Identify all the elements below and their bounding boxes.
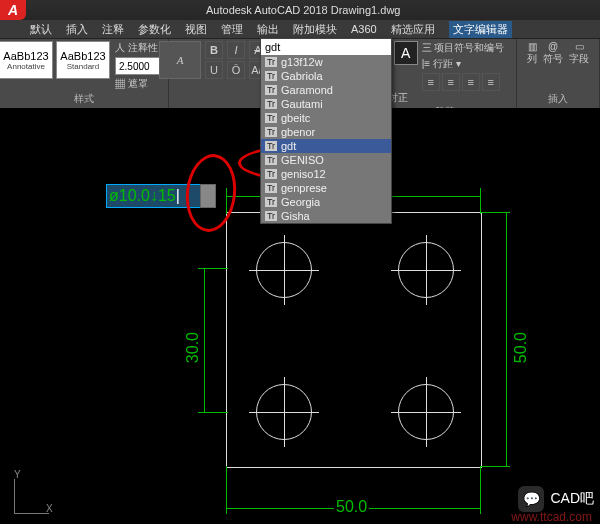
font-item-label: gdt xyxy=(281,140,296,152)
ext-line xyxy=(480,212,510,213)
tab-output[interactable]: 输出 xyxy=(257,22,279,37)
font-item[interactable]: TrGaramond xyxy=(261,83,391,97)
truetype-icon: Tr xyxy=(265,113,277,123)
circle-tl xyxy=(256,242,312,298)
tab-manage[interactable]: 管理 xyxy=(221,22,243,37)
font-dropdown[interactable]: Trg13f12wTrGabriolaTrGaramondTrGautamiTr… xyxy=(260,38,392,224)
window-title: Autodesk AutoCAD 2018 Drawing1.dwg xyxy=(206,4,400,16)
align-right-icon[interactable]: ≡ xyxy=(462,73,480,91)
truetype-icon: Tr xyxy=(265,99,277,109)
align-center-icon[interactable]: ≡ xyxy=(442,73,460,91)
font-item-label: Garamond xyxy=(281,84,333,96)
panel-insert-label: 插入 xyxy=(548,92,568,107)
truetype-icon: Tr xyxy=(265,155,277,165)
editor-content: ø10.0↓15 xyxy=(109,187,176,205)
truetype-icon: Tr xyxy=(265,127,277,137)
font-item-label: g13f12w xyxy=(281,56,323,68)
field-icon: ▭ xyxy=(575,41,584,52)
panel-style: AaBb123 Annotative AaBb123 Standard 人 注释… xyxy=(0,39,169,109)
dim-50-bottom: 50.0 xyxy=(334,498,369,516)
tab-featured[interactable]: 精选应用 xyxy=(391,22,435,37)
dim-50-right: 50.0 xyxy=(510,332,532,363)
font-item-label: gbeitc xyxy=(281,112,310,124)
font-item[interactable]: Trgenprese xyxy=(261,181,391,195)
column-button[interactable]: ▥ 列 xyxy=(527,41,537,66)
bullets-button[interactable]: 三 项目符号和编号 xyxy=(422,41,505,55)
panel-style-label: 样式 xyxy=(74,92,94,107)
align-left-icon[interactable]: ≡ xyxy=(422,73,440,91)
italic-button[interactable]: I xyxy=(227,41,245,59)
style-annotative[interactable]: AaBb123 Annotative xyxy=(0,41,53,79)
font-item-label: genprese xyxy=(281,182,327,194)
font-item[interactable]: Trgbenor xyxy=(261,125,391,139)
ext-line xyxy=(226,466,227,514)
font-item[interactable]: Trg13f12w xyxy=(261,55,391,69)
style-standard[interactable]: AaBb123 Standard xyxy=(56,41,110,79)
font-item[interactable]: Trgeniso12 xyxy=(261,167,391,181)
font-item-label: Gautami xyxy=(281,98,323,110)
dim-left-line xyxy=(204,268,205,412)
bold-button[interactable]: B xyxy=(205,41,223,59)
font-item[interactable]: TrGisha xyxy=(261,209,391,223)
tab-text-editor[interactable]: 文字编辑器 xyxy=(449,21,512,38)
dim-30-left: 30.0 xyxy=(182,332,204,363)
font-item-label: geniso12 xyxy=(281,168,326,180)
ucs-y-label: Y xyxy=(14,469,21,480)
ext-line xyxy=(480,466,510,467)
symbol-icon: @ xyxy=(548,41,558,52)
tab-view[interactable]: 视图 xyxy=(185,22,207,37)
tab-addins[interactable]: 附加模块 xyxy=(293,22,337,37)
app-icon[interactable]: A xyxy=(0,0,26,20)
truetype-icon: Tr xyxy=(265,85,277,95)
tab-a360[interactable]: A360 xyxy=(351,23,377,35)
dim-right-line xyxy=(506,212,507,466)
mask-button[interactable]: ▦ 遮罩 xyxy=(115,77,169,91)
ribbon-tabs: 默认 插入 注释 参数化 视图 管理 输出 附加模块 A360 精选应用 文字编… xyxy=(0,20,600,39)
font-search-input[interactable] xyxy=(261,39,391,55)
align-just-icon[interactable]: ≡ xyxy=(482,73,500,91)
font-item[interactable]: TrGautami xyxy=(261,97,391,111)
panel-insert: ▥ 列 @ 符号 ▭ 字段 插入 xyxy=(517,39,600,109)
truetype-icon: Tr xyxy=(265,169,277,179)
truetype-icon: Tr xyxy=(265,141,277,151)
truetype-icon: Tr xyxy=(265,183,277,193)
truetype-icon: Tr xyxy=(265,211,277,221)
match-button[interactable]: A xyxy=(159,41,201,79)
ext-line xyxy=(480,466,481,514)
tab-parametric[interactable]: 参数化 xyxy=(138,22,171,37)
symbol-button[interactable]: @ 符号 xyxy=(543,41,563,66)
font-item[interactable]: Trgbeitc xyxy=(261,111,391,125)
truetype-icon: Tr xyxy=(265,71,277,81)
font-item-label: Georgia xyxy=(281,196,320,208)
truetype-icon: Tr xyxy=(265,197,277,207)
truetype-icon: Tr xyxy=(265,57,277,67)
wechat-watermark: 💬 CAD吧 xyxy=(518,486,594,512)
overline-button[interactable]: Ō xyxy=(227,61,245,79)
circle-tr xyxy=(398,242,454,298)
font-item-label: Gisha xyxy=(281,210,310,222)
url-watermark: www.ttcad.com xyxy=(511,510,592,524)
justify-button[interactable]: A xyxy=(394,41,418,65)
ext-line xyxy=(198,268,228,269)
ucs-icon xyxy=(14,479,49,514)
tab-insert[interactable]: 插入 xyxy=(66,22,88,37)
underline-button[interactable]: U xyxy=(205,61,223,79)
wechat-label: CAD吧 xyxy=(550,490,594,508)
ext-line xyxy=(480,188,481,214)
font-item[interactable]: TrGabriola xyxy=(261,69,391,83)
ucs-x-label: X xyxy=(46,503,53,514)
font-item[interactable]: TrGENISO xyxy=(261,153,391,167)
circle-br xyxy=(398,384,454,440)
font-item-label: GENISO xyxy=(281,154,324,166)
field-button[interactable]: ▭ 字段 xyxy=(569,41,589,66)
circle-bl xyxy=(256,384,312,440)
ext-line xyxy=(198,412,228,413)
tab-default[interactable]: 默认 xyxy=(30,22,52,37)
column-icon: ▥ xyxy=(528,41,537,52)
panel-paragraph: A 三 项目符号和编号 |≡ 行距 ▾ ≡ ≡ ≡ ≡ 对正 段落 ▾ xyxy=(382,39,517,109)
tab-annotate[interactable]: 注释 xyxy=(102,22,124,37)
font-item[interactable]: Trgdt xyxy=(261,139,391,153)
linespace-button[interactable]: |≡ 行距 ▾ xyxy=(422,57,505,71)
font-item[interactable]: TrGeorgia xyxy=(261,195,391,209)
font-item-label: Gabriola xyxy=(281,70,323,82)
